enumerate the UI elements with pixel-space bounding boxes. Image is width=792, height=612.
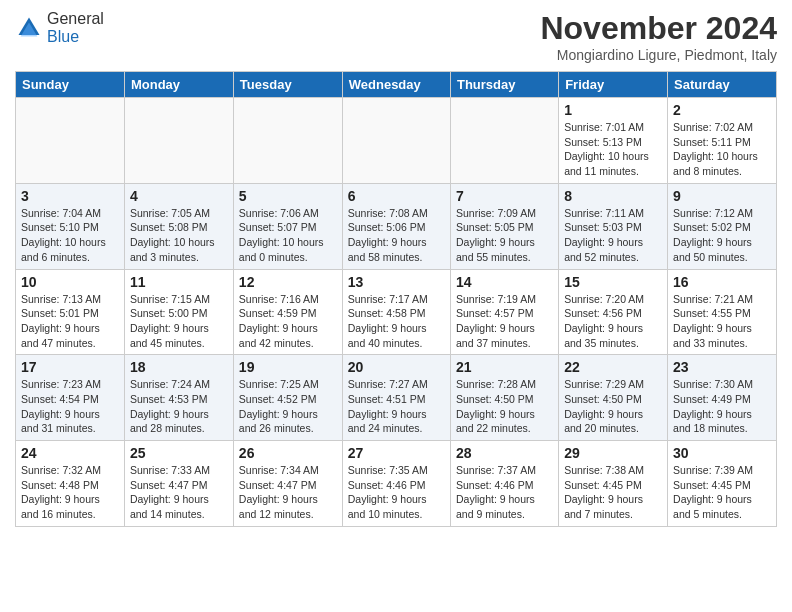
day-info: Sunrise: 7:34 AMSunset: 4:47 PMDaylight:… — [239, 463, 337, 522]
table-row: 5Sunrise: 7:06 AMSunset: 5:07 PMDaylight… — [233, 183, 342, 269]
day-number: 21 — [456, 359, 553, 375]
table-row — [124, 98, 233, 184]
table-row: 29Sunrise: 7:38 AMSunset: 4:45 PMDayligh… — [559, 441, 668, 527]
day-number: 27 — [348, 445, 445, 461]
day-info: Sunrise: 7:27 AMSunset: 4:51 PMDaylight:… — [348, 377, 445, 436]
day-info: Sunrise: 7:33 AMSunset: 4:47 PMDaylight:… — [130, 463, 228, 522]
day-number: 2 — [673, 102, 771, 118]
day-info: Sunrise: 7:29 AMSunset: 4:50 PMDaylight:… — [564, 377, 662, 436]
day-info: Sunrise: 7:01 AMSunset: 5:13 PMDaylight:… — [564, 120, 662, 179]
day-number: 16 — [673, 274, 771, 290]
day-number: 26 — [239, 445, 337, 461]
day-info: Sunrise: 7:24 AMSunset: 4:53 PMDaylight:… — [130, 377, 228, 436]
day-info: Sunrise: 7:04 AMSunset: 5:10 PMDaylight:… — [21, 206, 119, 265]
table-row: 23Sunrise: 7:30 AMSunset: 4:49 PMDayligh… — [668, 355, 777, 441]
day-number: 13 — [348, 274, 445, 290]
table-row: 18Sunrise: 7:24 AMSunset: 4:53 PMDayligh… — [124, 355, 233, 441]
day-info: Sunrise: 7:25 AMSunset: 4:52 PMDaylight:… — [239, 377, 337, 436]
col-saturday: Saturday — [668, 72, 777, 98]
day-info: Sunrise: 7:08 AMSunset: 5:06 PMDaylight:… — [348, 206, 445, 265]
day-info: Sunrise: 7:02 AMSunset: 5:11 PMDaylight:… — [673, 120, 771, 179]
table-row: 16Sunrise: 7:21 AMSunset: 4:55 PMDayligh… — [668, 269, 777, 355]
day-number: 15 — [564, 274, 662, 290]
table-row: 11Sunrise: 7:15 AMSunset: 5:00 PMDayligh… — [124, 269, 233, 355]
day-info: Sunrise: 7:35 AMSunset: 4:46 PMDaylight:… — [348, 463, 445, 522]
table-row: 4Sunrise: 7:05 AMSunset: 5:08 PMDaylight… — [124, 183, 233, 269]
day-number: 6 — [348, 188, 445, 204]
day-number: 25 — [130, 445, 228, 461]
calendar-week-row: 24Sunrise: 7:32 AMSunset: 4:48 PMDayligh… — [16, 441, 777, 527]
table-row: 17Sunrise: 7:23 AMSunset: 4:54 PMDayligh… — [16, 355, 125, 441]
day-number: 22 — [564, 359, 662, 375]
table-row: 14Sunrise: 7:19 AMSunset: 4:57 PMDayligh… — [450, 269, 558, 355]
table-row: 15Sunrise: 7:20 AMSunset: 4:56 PMDayligh… — [559, 269, 668, 355]
calendar-header-row: Sunday Monday Tuesday Wednesday Thursday… — [16, 72, 777, 98]
logo-icon — [15, 14, 43, 42]
day-number: 5 — [239, 188, 337, 204]
day-info: Sunrise: 7:05 AMSunset: 5:08 PMDaylight:… — [130, 206, 228, 265]
table-row: 28Sunrise: 7:37 AMSunset: 4:46 PMDayligh… — [450, 441, 558, 527]
day-number: 9 — [673, 188, 771, 204]
day-number: 12 — [239, 274, 337, 290]
month-title: November 2024 — [540, 10, 777, 47]
table-row: 19Sunrise: 7:25 AMSunset: 4:52 PMDayligh… — [233, 355, 342, 441]
day-info: Sunrise: 7:21 AMSunset: 4:55 PMDaylight:… — [673, 292, 771, 351]
table-row: 27Sunrise: 7:35 AMSunset: 4:46 PMDayligh… — [342, 441, 450, 527]
page: General Blue November 2024 Mongiardino L… — [0, 0, 792, 537]
col-friday: Friday — [559, 72, 668, 98]
table-row — [450, 98, 558, 184]
calendar-week-row: 1Sunrise: 7:01 AMSunset: 5:13 PMDaylight… — [16, 98, 777, 184]
header: General Blue November 2024 Mongiardino L… — [15, 10, 777, 63]
day-number: 11 — [130, 274, 228, 290]
day-info: Sunrise: 7:32 AMSunset: 4:48 PMDaylight:… — [21, 463, 119, 522]
table-row: 3Sunrise: 7:04 AMSunset: 5:10 PMDaylight… — [16, 183, 125, 269]
logo: General Blue — [15, 10, 104, 46]
day-info: Sunrise: 7:06 AMSunset: 5:07 PMDaylight:… — [239, 206, 337, 265]
day-info: Sunrise: 7:13 AMSunset: 5:01 PMDaylight:… — [21, 292, 119, 351]
calendar-week-row: 17Sunrise: 7:23 AMSunset: 4:54 PMDayligh… — [16, 355, 777, 441]
table-row: 22Sunrise: 7:29 AMSunset: 4:50 PMDayligh… — [559, 355, 668, 441]
table-row — [16, 98, 125, 184]
day-info: Sunrise: 7:39 AMSunset: 4:45 PMDaylight:… — [673, 463, 771, 522]
day-number: 28 — [456, 445, 553, 461]
table-row — [342, 98, 450, 184]
day-number: 18 — [130, 359, 228, 375]
day-number: 4 — [130, 188, 228, 204]
table-row: 24Sunrise: 7:32 AMSunset: 4:48 PMDayligh… — [16, 441, 125, 527]
table-row: 21Sunrise: 7:28 AMSunset: 4:50 PMDayligh… — [450, 355, 558, 441]
col-monday: Monday — [124, 72, 233, 98]
col-sunday: Sunday — [16, 72, 125, 98]
day-number: 8 — [564, 188, 662, 204]
table-row: 7Sunrise: 7:09 AMSunset: 5:05 PMDaylight… — [450, 183, 558, 269]
calendar-week-row: 3Sunrise: 7:04 AMSunset: 5:10 PMDaylight… — [16, 183, 777, 269]
table-row: 25Sunrise: 7:33 AMSunset: 4:47 PMDayligh… — [124, 441, 233, 527]
day-number: 17 — [21, 359, 119, 375]
table-row: 1Sunrise: 7:01 AMSunset: 5:13 PMDaylight… — [559, 98, 668, 184]
day-info: Sunrise: 7:20 AMSunset: 4:56 PMDaylight:… — [564, 292, 662, 351]
col-wednesday: Wednesday — [342, 72, 450, 98]
logo-blue-text: Blue — [47, 28, 79, 45]
table-row: 12Sunrise: 7:16 AMSunset: 4:59 PMDayligh… — [233, 269, 342, 355]
table-row: 6Sunrise: 7:08 AMSunset: 5:06 PMDaylight… — [342, 183, 450, 269]
col-thursday: Thursday — [450, 72, 558, 98]
table-row: 26Sunrise: 7:34 AMSunset: 4:47 PMDayligh… — [233, 441, 342, 527]
day-info: Sunrise: 7:17 AMSunset: 4:58 PMDaylight:… — [348, 292, 445, 351]
calendar-table: Sunday Monday Tuesday Wednesday Thursday… — [15, 71, 777, 527]
table-row: 2Sunrise: 7:02 AMSunset: 5:11 PMDaylight… — [668, 98, 777, 184]
day-number: 19 — [239, 359, 337, 375]
table-row: 13Sunrise: 7:17 AMSunset: 4:58 PMDayligh… — [342, 269, 450, 355]
day-number: 23 — [673, 359, 771, 375]
day-info: Sunrise: 7:37 AMSunset: 4:46 PMDaylight:… — [456, 463, 553, 522]
table-row: 9Sunrise: 7:12 AMSunset: 5:02 PMDaylight… — [668, 183, 777, 269]
day-number: 29 — [564, 445, 662, 461]
calendar-week-row: 10Sunrise: 7:13 AMSunset: 5:01 PMDayligh… — [16, 269, 777, 355]
day-number: 7 — [456, 188, 553, 204]
day-number: 20 — [348, 359, 445, 375]
day-info: Sunrise: 7:12 AMSunset: 5:02 PMDaylight:… — [673, 206, 771, 265]
table-row: 10Sunrise: 7:13 AMSunset: 5:01 PMDayligh… — [16, 269, 125, 355]
day-number: 3 — [21, 188, 119, 204]
day-number: 10 — [21, 274, 119, 290]
day-info: Sunrise: 7:28 AMSunset: 4:50 PMDaylight:… — [456, 377, 553, 436]
day-number: 14 — [456, 274, 553, 290]
day-info: Sunrise: 7:30 AMSunset: 4:49 PMDaylight:… — [673, 377, 771, 436]
